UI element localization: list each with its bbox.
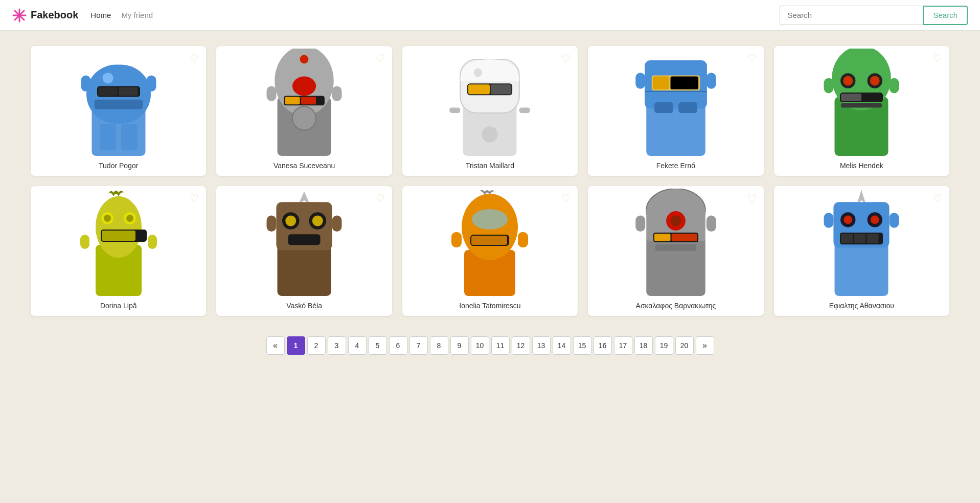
svg-rect-42 (678, 102, 697, 113)
svg-point-71 (312, 216, 323, 226)
heart-icon[interactable]: ♡ (933, 192, 942, 204)
card-item: ♡ Dorina Lipă (31, 186, 206, 316)
nav-home[interactable]: Home (90, 11, 111, 19)
svg-rect-21 (285, 97, 300, 105)
svg-rect-12 (81, 76, 90, 92)
svg-point-50 (870, 76, 880, 86)
heart-icon[interactable]: ♡ (376, 192, 385, 204)
svg-rect-74 (332, 216, 342, 232)
svg-rect-89 (654, 234, 671, 241)
svg-rect-73 (267, 216, 277, 232)
svg-rect-90 (671, 234, 697, 241)
pagination-page-13[interactable]: 13 (532, 336, 551, 355)
robot-image (402, 186, 578, 299)
heart-icon[interactable]: ♡ (933, 52, 942, 64)
svg-rect-8 (98, 87, 118, 96)
pagination-page-14[interactable]: 14 (553, 336, 571, 355)
card-item: ♡ Fekete Ernő (588, 46, 763, 176)
main-content: ♡ Tudor Pogor ♡ (0, 31, 980, 375)
card-item: ♡ Εφιαλτης Αθανασιου (774, 186, 949, 316)
robot-image (216, 46, 392, 158)
card-item: ♡ Ionelia Tatomirescu (402, 186, 578, 316)
robot-image (588, 186, 763, 299)
cards-grid: ♡ Tudor Pogor ♡ (31, 46, 949, 316)
heart-icon[interactable]: ♡ (190, 192, 199, 204)
heart-icon[interactable]: ♡ (561, 192, 571, 204)
pagination-page-12[interactable]: 12 (512, 336, 530, 355)
heart-icon[interactable]: ♡ (747, 52, 757, 64)
svg-point-19 (292, 77, 316, 96)
svg-rect-22 (301, 97, 316, 105)
svg-point-18 (300, 55, 309, 64)
robot-image (31, 186, 206, 299)
robot-image (402, 46, 578, 158)
svg-point-99 (871, 216, 879, 224)
pagination-page-7[interactable]: 7 (409, 336, 428, 355)
robot-image (31, 46, 206, 158)
svg-point-97 (844, 216, 853, 224)
pagination-page-6[interactable]: 6 (389, 336, 407, 355)
heart-icon[interactable]: ♡ (376, 52, 385, 64)
svg-rect-44 (706, 73, 716, 89)
pagination-page-1[interactable]: 1 (287, 336, 305, 355)
card-item: ♡ Tudor Pogor (31, 46, 206, 176)
svg-point-11 (102, 73, 113, 83)
pagination-page-10[interactable]: 10 (471, 336, 489, 355)
svg-rect-30 (491, 84, 512, 94)
robot-image (774, 46, 949, 158)
pagination-page-3[interactable]: 3 (328, 336, 346, 355)
pagination: «1234567891011121314151617181920» (31, 331, 949, 365)
pagination-page-17[interactable]: 17 (614, 336, 632, 355)
card-name: Melis Hendek (836, 158, 887, 170)
svg-point-57 (96, 196, 142, 258)
pagination-page-19[interactable]: 19 (655, 336, 673, 355)
pagination-page-15[interactable]: 15 (573, 336, 591, 355)
heart-icon[interactable]: ♡ (561, 52, 571, 64)
svg-rect-103 (867, 234, 879, 243)
card-name: Vaskó Béla (282, 299, 326, 310)
svg-rect-80 (451, 232, 462, 247)
svg-rect-54 (824, 78, 834, 93)
heart-icon[interactable]: ♡ (747, 192, 757, 204)
pagination-next[interactable]: » (696, 336, 714, 355)
svg-rect-92 (635, 216, 645, 232)
svg-point-60 (104, 215, 111, 222)
pagination-page-18[interactable]: 18 (634, 336, 653, 355)
logo[interactable]: Fakebook (12, 8, 78, 22)
card-name: Fekete Ernő (652, 158, 699, 170)
pagination-page-4[interactable]: 4 (348, 336, 367, 355)
svg-rect-29 (468, 84, 490, 94)
card-item: ♡ Vanesa Suceveanu (216, 46, 392, 176)
svg-rect-102 (854, 234, 866, 243)
robot-image (774, 186, 949, 299)
card-name: Tristan Maillard (462, 158, 518, 170)
search-area: Search (780, 6, 968, 25)
svg-rect-43 (635, 73, 645, 89)
svg-rect-33 (519, 108, 530, 113)
search-button[interactable]: Search (923, 6, 968, 25)
card-item: ♡ Tristan Maillard (402, 46, 578, 176)
svg-rect-72 (288, 234, 321, 245)
svg-point-4 (18, 14, 21, 17)
svg-rect-52 (841, 94, 861, 101)
pagination-page-9[interactable]: 9 (450, 336, 469, 355)
nav-myfriend[interactable]: My friend (121, 11, 153, 19)
svg-point-34 (482, 126, 498, 143)
pagination-page-20[interactable]: 20 (675, 336, 694, 355)
heart-icon[interactable]: ♡ (190, 52, 199, 64)
svg-point-48 (844, 76, 853, 86)
svg-rect-94 (835, 240, 888, 296)
pagination-page-11[interactable]: 11 (491, 336, 510, 355)
pagination-page-5[interactable]: 5 (369, 336, 387, 355)
pagination-prev[interactable]: « (266, 336, 285, 355)
pagination-page-16[interactable]: 16 (594, 336, 612, 355)
pagination-page-2[interactable]: 2 (307, 336, 326, 355)
svg-rect-24 (267, 86, 277, 101)
svg-point-62 (126, 215, 133, 222)
logo-icon (12, 8, 27, 22)
svg-point-31 (474, 68, 483, 77)
svg-rect-32 (450, 108, 461, 113)
pagination-page-8[interactable]: 8 (430, 336, 448, 355)
svg-rect-25 (332, 86, 342, 101)
search-input[interactable] (780, 6, 923, 25)
